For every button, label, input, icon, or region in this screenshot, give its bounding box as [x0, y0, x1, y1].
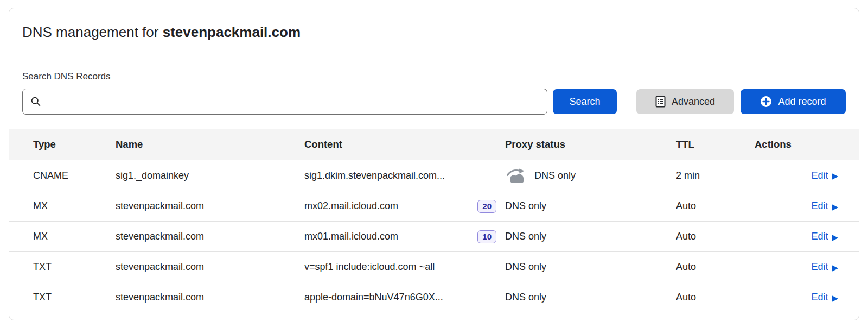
edit-arrow-icon: ▶: [832, 232, 838, 241]
search-icon: [30, 96, 41, 107]
table-row: MX stevenpackmail.com mx01.mail.icloud.c…: [9, 221, 859, 251]
table-row: TXT stevenpackmail.com v=spf1 include:ic…: [9, 251, 859, 282]
record-content: v=spf1 include:icloud.com ~all: [304, 261, 435, 273]
mx-priority-badge: 10: [477, 230, 496, 243]
table-body: CNAME sig1._domainkey sig1.dkim.stevenpa…: [9, 160, 859, 312]
edit-record-button[interactable]: Edit ▶: [811, 170, 838, 181]
proxy-status-cell: DNS only: [505, 231, 676, 242]
proxy-status-cell: DNS only: [505, 261, 676, 273]
proxy-status-cell: DNS only: [505, 292, 676, 303]
record-content: mx01.mail.icloud.com: [304, 231, 398, 242]
proxy-status-label: DNS only: [505, 200, 546, 212]
edit-record-label: Edit: [811, 200, 828, 212]
edit-arrow-icon: ▶: [832, 171, 838, 180]
proxy-status-cell: DNS only: [505, 200, 676, 212]
record-content-cell: mx01.mail.icloud.com 10: [304, 230, 505, 243]
record-content-cell: sig1.dkim.stevenpackmail.com...: [304, 170, 505, 181]
edit-record-label: Edit: [811, 261, 828, 273]
record-actions-cell: Edit ▶: [755, 261, 838, 273]
proxy-status-cell: DNS only: [505, 168, 676, 184]
edit-record-button[interactable]: Edit ▶: [811, 231, 838, 242]
table-row: CNAME sig1._domainkey sig1.dkim.stevenpa…: [9, 160, 859, 191]
edit-record-button[interactable]: Edit ▶: [811, 261, 838, 273]
record-type: TXT: [33, 261, 116, 273]
table-row: MX stevenpackmail.com mx02.mail.icloud.c…: [9, 191, 859, 221]
advanced-list-icon: [655, 96, 666, 108]
record-content-cell: apple-domain=bNuV47n6G0X...: [304, 292, 505, 303]
add-record-button-label: Add record: [778, 96, 826, 108]
edit-arrow-icon: ▶: [832, 293, 838, 302]
record-actions-cell: Edit ▶: [755, 292, 838, 303]
search-input[interactable]: [46, 96, 539, 108]
page-title: DNS management for stevenpackmail.com: [22, 23, 846, 41]
record-content-cell: v=spf1 include:icloud.com ~all: [304, 261, 505, 273]
edit-arrow-icon: ▶: [832, 263, 838, 272]
edit-record-label: Edit: [811, 231, 828, 242]
record-content: sig1.dkim.stevenpackmail.com...: [304, 170, 445, 181]
dns-records-table: Type Name Content Proxy status TTL Actio…: [9, 129, 859, 312]
page-title-domain: stevenpackmail.com: [163, 24, 301, 40]
table-header-row: Type Name Content Proxy status TTL Actio…: [9, 129, 859, 160]
dns-management-card: DNS management for stevenpackmail.com Se…: [9, 8, 859, 320]
record-actions-cell: Edit ▶: [755, 231, 838, 242]
record-content-cell: mx02.mail.icloud.com 20: [304, 200, 505, 213]
proxy-status-label: DNS only: [534, 170, 576, 181]
record-actions-cell: Edit ▶: [755, 200, 838, 212]
record-ttl: Auto: [676, 200, 755, 212]
record-ttl: Auto: [676, 261, 755, 273]
advanced-button-label: Advanced: [672, 96, 715, 108]
record-ttl: Auto: [676, 231, 755, 242]
proxy-status-label: DNS only: [505, 261, 546, 273]
record-type: CNAME: [33, 170, 116, 181]
record-type: TXT: [33, 292, 116, 303]
edit-record-label: Edit: [811, 292, 828, 303]
search-label: Search DNS Records: [22, 71, 846, 82]
dns-toolbar: Search Advanced: [22, 89, 846, 115]
header-type: Type: [33, 139, 116, 150]
header-content: Content: [304, 139, 505, 150]
dns-only-cloud-icon: [505, 168, 529, 184]
proxy-status-label: DNS only: [505, 292, 546, 303]
record-ttl: Auto: [676, 292, 755, 303]
edit-record-button[interactable]: Edit ▶: [811, 292, 838, 303]
add-record-button[interactable]: Add record: [741, 89, 846, 114]
edit-arrow-icon: ▶: [832, 202, 838, 211]
edit-record-button[interactable]: Edit ▶: [811, 200, 838, 212]
advanced-button[interactable]: Advanced: [636, 89, 734, 114]
plus-circle-icon: [760, 96, 772, 108]
record-name: stevenpackmail.com: [116, 292, 304, 303]
record-name: stevenpackmail.com: [116, 200, 304, 212]
record-type: MX: [33, 231, 116, 242]
edit-record-label: Edit: [811, 170, 828, 181]
record-name: sig1._domainkey: [116, 170, 304, 181]
header-actions: Actions: [755, 139, 838, 150]
record-ttl: 2 min: [676, 170, 755, 181]
header-name: Name: [116, 139, 304, 150]
header-ttl: TTL: [676, 139, 755, 150]
record-content: mx02.mail.icloud.com: [304, 200, 398, 212]
record-content: apple-domain=bNuV47n6G0X...: [304, 292, 443, 303]
record-type: MX: [33, 200, 116, 212]
record-name: stevenpackmail.com: [116, 261, 304, 273]
table-row: TXT stevenpackmail.com apple-domain=bNuV…: [9, 282, 859, 312]
header-proxy-status: Proxy status: [505, 139, 676, 150]
search-button[interactable]: Search: [553, 89, 617, 114]
page-title-prefix: DNS management for: [22, 24, 163, 40]
proxy-status-label: DNS only: [505, 231, 546, 242]
mx-priority-badge: 20: [477, 200, 496, 213]
record-name: stevenpackmail.com: [116, 231, 304, 242]
search-box[interactable]: [22, 89, 547, 115]
record-actions-cell: Edit ▶: [755, 170, 838, 181]
